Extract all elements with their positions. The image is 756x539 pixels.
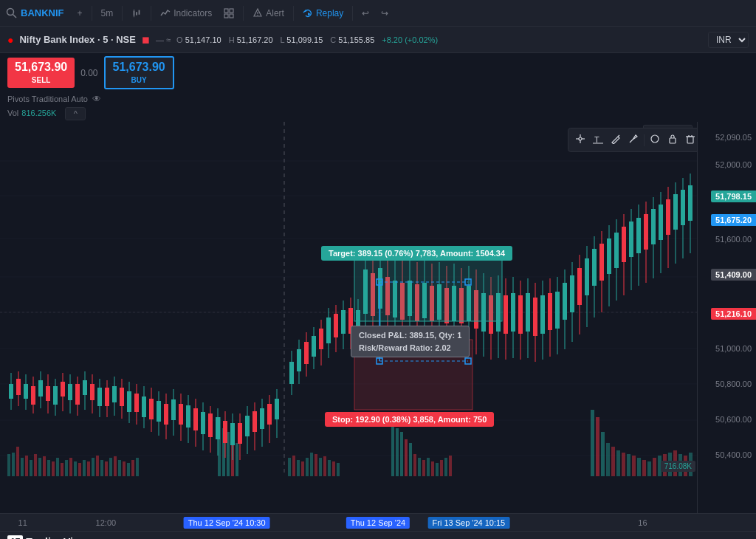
redo-btn[interactable]: ↪ xyxy=(377,5,393,21)
lock-icon xyxy=(667,134,678,144)
undo-btn[interactable]: ↩ xyxy=(357,5,374,21)
timeframe-btn[interactable]: 5m xyxy=(97,5,118,21)
crosshair-tool[interactable] xyxy=(573,131,588,148)
svg-rect-265 xyxy=(599,244,604,281)
price-badge-51409: 51,409.00 xyxy=(711,269,756,281)
svg-rect-60 xyxy=(292,456,295,476)
sell-label[interactable]: 51,673.90 SELL xyxy=(7,58,75,88)
svg-rect-287 xyxy=(681,190,685,225)
svg-rect-37 xyxy=(65,460,68,476)
svg-rect-162 xyxy=(216,417,220,439)
bottom-bar: 17 TradingView ⊙ xyxy=(0,531,756,539)
svg-rect-154 xyxy=(186,405,190,428)
timeline-badge-2: Thu 12 Sep '24 xyxy=(346,517,410,529)
svg-rect-138 xyxy=(127,391,131,412)
svg-rect-66 xyxy=(319,458,322,476)
svg-rect-76 xyxy=(413,454,416,476)
divider-4 xyxy=(243,6,244,21)
svg-rect-166 xyxy=(230,423,235,445)
replay-btn[interactable]: Replay xyxy=(298,5,348,21)
svg-rect-273 xyxy=(629,222,633,257)
svg-rect-106 xyxy=(9,384,13,399)
svg-rect-36 xyxy=(61,463,63,476)
lock-tool[interactable] xyxy=(665,131,680,148)
ohlc-data: O 51,147.10 H 51,167.20 L 51,099.15 C 51… xyxy=(176,35,438,44)
svg-rect-35 xyxy=(56,458,59,476)
open-label: O 51,147.10 xyxy=(176,35,221,44)
divider-6 xyxy=(352,6,353,21)
svg-rect-77 xyxy=(418,458,421,476)
svg-rect-114 xyxy=(38,380,43,396)
svg-rect-68 xyxy=(328,460,331,476)
price-badge-51216: 51,216.10 xyxy=(711,308,756,320)
change-value: +8.20 (+0.02%) xyxy=(382,35,438,44)
svg-rect-134 xyxy=(112,386,117,402)
svg-rect-309 xyxy=(687,137,693,143)
draw-tool[interactable] xyxy=(608,131,623,148)
chart-container: Target: 389.15 (0.76%) 7,783, Amount: 15… xyxy=(0,122,756,513)
svg-rect-156 xyxy=(193,408,198,430)
svg-rect-69 xyxy=(332,461,335,476)
price-diff: 0.00 xyxy=(80,68,97,78)
svg-rect-124 xyxy=(75,384,80,405)
alert-btn[interactable]: Alert xyxy=(248,5,289,21)
eye-icon[interactable]: 👁 xyxy=(92,94,101,104)
collapse-btn[interactable]: ^ xyxy=(65,107,86,120)
svg-rect-269 xyxy=(614,233,619,268)
svg-rect-261 xyxy=(585,258,589,295)
buy-label[interactable]: 51,673.90 BUY xyxy=(104,56,174,89)
circle-tool[interactable] xyxy=(647,131,662,148)
svg-rect-146 xyxy=(157,401,161,422)
svg-rect-271 xyxy=(622,227,626,262)
layouts-btn[interactable] xyxy=(219,5,238,21)
price-tick-50600: 50,600.00 xyxy=(715,415,752,424)
svg-text:T: T xyxy=(594,135,599,144)
price-tick-51000: 51,000.00 xyxy=(715,344,752,353)
svg-point-0 xyxy=(7,8,14,15)
svg-rect-97 xyxy=(653,458,656,476)
svg-rect-9 xyxy=(224,14,228,18)
svg-rect-90 xyxy=(616,450,620,476)
svg-rect-130 xyxy=(97,388,102,406)
svg-rect-255 xyxy=(563,283,567,320)
svg-rect-243 xyxy=(518,295,523,334)
currency-select[interactable]: INR xyxy=(708,32,749,48)
text-icon: T xyxy=(593,134,603,144)
chart-type-btn[interactable] xyxy=(127,5,146,21)
svg-rect-78 xyxy=(422,460,425,476)
close-label: C 51,155.85 xyxy=(330,35,374,44)
svg-rect-87 xyxy=(601,432,605,476)
vol-value: 816.256K xyxy=(21,109,56,117)
svg-rect-128 xyxy=(90,384,94,400)
svg-rect-40 xyxy=(78,463,81,476)
svg-rect-283 xyxy=(666,199,670,235)
svg-rect-24 xyxy=(7,454,10,476)
svg-rect-195 xyxy=(341,310,346,334)
svg-rect-34 xyxy=(52,461,55,476)
svg-rect-241 xyxy=(511,293,515,332)
svg-point-12 xyxy=(258,14,258,15)
svg-rect-92 xyxy=(627,454,630,476)
price-labels: 51,673.90 SELL 0.00 51,673.90 BUY xyxy=(0,53,756,92)
indicators-row: Pivots Traditional Auto 👁 xyxy=(0,92,756,106)
svg-rect-46 xyxy=(105,461,108,476)
tv-logo-text: TradingView xyxy=(26,536,86,540)
svg-rect-91 xyxy=(622,453,625,476)
delete-tool[interactable] xyxy=(683,131,698,148)
svg-rect-120 xyxy=(61,382,65,396)
clock-icon[interactable]: ⊙ xyxy=(740,536,749,540)
divider-3 xyxy=(151,6,151,21)
svg-rect-80 xyxy=(431,461,434,476)
brush-tool[interactable] xyxy=(626,131,641,148)
svg-rect-95 xyxy=(642,460,646,476)
stop-annotation: Stop: 192.90 (0.38%) 3,858, Amount: 750 xyxy=(325,412,494,427)
svg-rect-70 xyxy=(337,463,340,476)
indicators-btn[interactable]: Indicators xyxy=(156,5,216,21)
timeline-label-1200: 12:00 xyxy=(96,518,117,527)
add-symbol-btn[interactable]: + xyxy=(73,5,87,21)
text-tool[interactable]: T xyxy=(591,131,605,148)
timeline: 11 12:00 Thu 12 Sep '24 10:30 Thu 12 Sep… xyxy=(0,513,756,531)
svg-rect-38 xyxy=(69,458,72,476)
svg-rect-61 xyxy=(297,460,300,476)
svg-rect-81 xyxy=(436,463,439,476)
